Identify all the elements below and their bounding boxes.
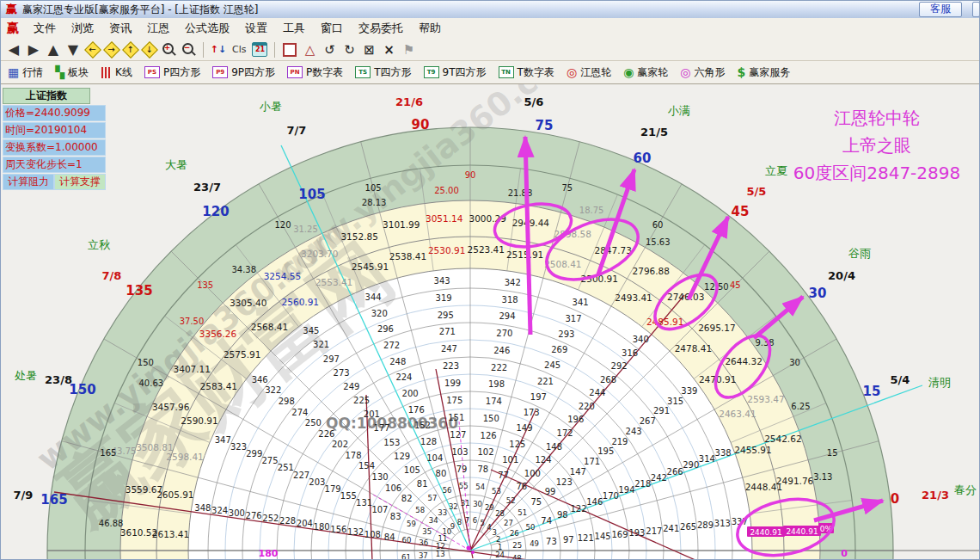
menu-logo-icon: 赢 [7,21,19,36]
tool-t-square[interactable]: TST四方形 [355,65,411,80]
tool-kline[interactable]: K线 [101,65,132,80]
rotate-cw-icon[interactable]: ↻ [341,42,357,58]
svg-text:246: 246 [493,346,510,355]
svg-text:194: 194 [619,485,635,495]
svg-text:344: 344 [365,292,382,302]
calc-support-button[interactable]: 计算支撑 [54,174,106,190]
svg-text:30: 30 [473,500,482,508]
svg-text:101: 101 [502,455,518,465]
down-triangle-icon[interactable]: ▼ [65,42,81,58]
pin-icon[interactable]: ⚑ [401,42,416,58]
svg-text:2440.91: 2440.91 [750,528,781,537]
zoom-in-icon[interactable]: + [161,42,176,58]
svg-text:295: 295 [438,311,454,320]
svg-text:5/5: 5/5 [747,185,767,198]
tool-p-square[interactable]: PSP四方形 [144,65,200,80]
diamond-up-icon[interactable]: ↑ [123,42,138,57]
menu-item[interactable]: 设置 [237,19,275,38]
wheel-annotation: 江恩轮中轮 上帝之眼 60度区间2847-2898 [769,104,980,187]
diamond-down-icon[interactable]: ↓ [142,42,156,57]
triangle-tool-icon[interactable]: △ [302,42,317,58]
svg-text:314: 314 [699,454,715,464]
svg-text:52: 52 [506,496,516,505]
rotate-ccw-icon[interactable]: ↺ [322,42,337,58]
cut-off-button[interactable] [972,2,980,17]
cls-button[interactable]: Cls [230,42,248,58]
tool-p-table[interactable]: PNP数字表 [287,65,343,80]
svg-text:2553.41: 2553.41 [315,277,352,287]
tool-hexagon[interactable]: ◎六角形 [680,65,725,80]
customer-service-button[interactable]: 客服 [919,2,962,17]
square-tool-icon[interactable] [283,43,297,57]
tool-service[interactable]: $赢家服务 [738,65,791,80]
diamond-right-icon[interactable]: → [104,42,119,57]
tool-9p-square[interactable]: P99P四方形 [212,65,275,80]
svg-text:338: 338 [715,448,732,458]
svg-text:2746.03: 2746.03 [667,292,704,302]
menu-item[interactable]: 交易委托 [351,19,411,38]
menu-item[interactable]: 工具 [275,19,313,38]
svg-text:2545.91: 2545.91 [352,262,389,272]
menu-item[interactable]: 帮助 [411,19,449,38]
calc-resistance-button[interactable]: 计算阻力 [3,174,54,190]
menu-item[interactable]: 文件 [26,19,64,38]
svg-text:291: 291 [653,406,670,415]
back-icon[interactable]: ◀ [6,42,21,58]
svg-text:2538.41: 2538.41 [389,251,426,262]
diamond-left-icon[interactable]: ← [85,42,100,57]
svg-text:320: 320 [371,309,388,318]
collapse-icon[interactable]: × [381,42,396,58]
forward-icon[interactable]: ▶ [26,42,41,58]
svg-text:199: 199 [444,378,461,388]
svg-text:169: 169 [611,530,628,539]
menu-item[interactable]: 公式选股 [177,19,237,38]
svg-text:7/8: 7/8 [102,269,122,282]
tool-gann-wheel[interactable]: ◎江恩轮 [567,65,611,80]
svg-text:3: 3 [493,528,497,537]
svg-text:25.00: 25.00 [434,186,459,195]
svg-text:346: 346 [252,375,268,385]
svg-text:340: 340 [633,335,649,344]
svg-text:339: 339 [681,386,697,396]
svg-text:245: 245 [544,360,560,370]
menu-item[interactable]: 江恩 [139,19,177,38]
tool-9t-square[interactable]: T99T四方形 [424,65,487,80]
menu-item[interactable]: 窗口 [313,19,351,38]
tool-sectors[interactable]: ▚板块 [55,65,89,80]
svg-text:294: 294 [499,311,515,321]
menu-item[interactable]: 浏览 [64,19,101,38]
svg-text:23/7: 23/7 [193,181,221,194]
svg-text:193: 193 [628,528,645,538]
svg-text:202: 202 [332,440,348,449]
svg-text:2590.91: 2590.91 [181,415,217,426]
badge-ts-icon: TS [355,66,371,78]
svg-text:275: 275 [261,456,278,465]
up-triangle-icon[interactable]: ▲ [46,42,61,58]
svg-text:265: 265 [680,522,696,532]
svg-text:195: 195 [597,446,614,456]
svg-text:155: 155 [340,491,357,501]
svg-text:251: 251 [278,463,294,472]
calendar-icon[interactable]: 21 [252,42,267,57]
svg-text:120: 120 [202,204,229,219]
updown-icon[interactable]: ↑↓ [211,42,226,58]
svg-text:323: 323 [230,442,247,452]
menu-item[interactable]: 资讯 [101,19,139,38]
target-icon: ◎ [567,66,577,78]
svg-text:2523.41: 2523.41 [468,244,505,255]
svg-text:7/7: 7/7 [287,124,307,137]
svg-text:272: 272 [383,341,400,350]
svg-text:319: 319 [436,293,452,303]
boxed-x-icon[interactable]: ⊠ [361,42,377,58]
tool-winner-wheel[interactable]: ◉赢家轮 [623,65,668,80]
tool-t-table[interactable]: TNT数字表 [499,65,554,80]
svg-text:273: 273 [334,368,350,378]
svg-text:2508.41: 2508.41 [544,259,581,269]
svg-text:313: 313 [714,519,731,528]
zoom-out-icon[interactable]: − [181,42,196,58]
tool-quotes[interactable]: ▦行情 [8,65,43,80]
main-toolbar: ◀ ▶ ▲ ▼ ← → ↑ ↓ + − ↑↓ Cls 21 △ ↺ ↻ ⊠ × … [1,39,980,61]
annotation-line: 60度区间2847-2898 [769,159,980,187]
svg-text:121: 121 [578,533,594,543]
svg-text:29: 29 [485,503,494,512]
